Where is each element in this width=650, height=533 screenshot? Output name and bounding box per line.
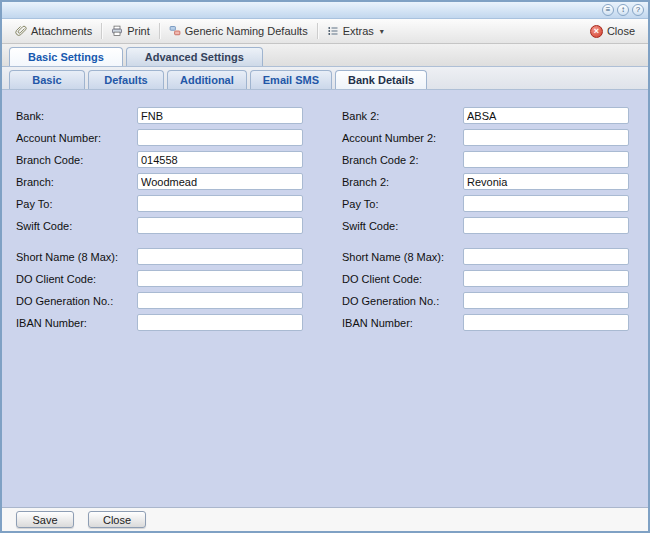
short-name-2-label: Short Name (8 Max): [342,251,463,263]
pay-to-input[interactable] [137,195,303,212]
footer-close-button[interactable]: Close [88,511,146,528]
iban-number-2-label: IBAN Number: [342,317,463,329]
do-client-code-2-input[interactable] [463,270,629,287]
secondary-tab-bar: Basic Defaults Additional Email SMS Bank… [2,67,648,90]
do-client-code-label: DO Client Code: [16,273,137,285]
form-row: IBAN Number: [16,314,304,331]
toolbar-separator [101,23,102,39]
form-column-left: Bank: Account Number: Branch Code: Branc… [16,107,304,507]
branch-code-2-input[interactable] [463,151,629,168]
short-name-2-input[interactable] [463,248,629,265]
titlebar: ≡ ↕ ? [2,2,648,19]
tab-email-sms[interactable]: Email SMS [250,70,332,89]
bank-2-label: Bank 2: [342,110,463,122]
branch-input[interactable] [137,173,303,190]
form-row: Swift Code: [16,217,304,234]
swift-code-label: Swift Code: [16,220,137,232]
tab-basic-settings[interactable]: Basic Settings [9,47,123,66]
form-column-right: Bank 2: Account Number 2: Branch Code 2:… [342,107,630,507]
print-label: Print [127,25,150,37]
generic-naming-defaults-label: Generic Naming Defaults [185,25,308,37]
do-generation-no-2-label: DO Generation No.: [342,295,463,307]
attachments-label: Attachments [31,25,92,37]
close-icon: × [590,25,603,38]
close-button[interactable]: × Close [583,23,642,40]
swift-code-input[interactable] [137,217,303,234]
form-row: DO Client Code: [16,270,304,287]
branch-code-label: Branch Code: [16,154,137,166]
form-row: Account Number 2: [342,129,630,146]
attachments-button[interactable]: Attachments [8,23,99,39]
pay-to-label: Pay To: [16,198,137,210]
extras-label: Extras [343,25,374,37]
tab-defaults[interactable]: Defaults [88,70,164,89]
pay-to-2-label: Pay To: [342,198,463,210]
form-row: Branch 2: [342,173,630,190]
footer: Save Close [2,507,648,531]
iban-number-label: IBAN Number: [16,317,137,329]
branch-2-label: Branch 2: [342,176,463,188]
toolbar-separator [159,23,160,39]
swift-code-2-input[interactable] [463,217,629,234]
do-generation-no-input[interactable] [137,292,303,309]
branch-2-input[interactable] [463,173,629,190]
do-client-code-input[interactable] [137,270,303,287]
form-row: Branch Code: [16,151,304,168]
window-help-button[interactable]: ? [632,4,644,16]
form-row: Swift Code: [342,217,630,234]
window-dock-button[interactable]: ↕ [617,4,629,16]
form-row: DO Client Code: [342,270,630,287]
extras-button[interactable]: Extras ▾ [320,23,391,39]
paperclip-icon [15,25,27,37]
bank-label: Bank: [16,110,137,122]
branch-code-input[interactable] [137,151,303,168]
form-row: DO Generation No.: [342,292,630,309]
account-number-2-label: Account Number 2: [342,132,463,144]
pay-to-2-input[interactable] [463,195,629,212]
bank-details-panel: Bank: Account Number: Branch Code: Branc… [2,90,648,507]
branch-label: Branch: [16,176,137,188]
account-number-input[interactable] [137,129,303,146]
naming-defaults-icon [169,25,181,37]
branch-code-2-label: Branch Code 2: [342,154,463,166]
form-row: DO Generation No.: [16,292,304,309]
tab-advanced-settings[interactable]: Advanced Settings [126,47,263,66]
form-row: Branch: [16,173,304,190]
window-style-button[interactable]: ≡ [602,4,614,16]
account-number-2-input[interactable] [463,129,629,146]
form-row: Bank: [16,107,304,124]
tab-additional[interactable]: Additional [167,70,247,89]
do-generation-no-label: DO Generation No.: [16,295,137,307]
bank-input[interactable] [137,107,303,124]
form-row: Short Name (8 Max): [16,248,304,265]
do-generation-no-2-input[interactable] [463,292,629,309]
tab-basic[interactable]: Basic [9,70,85,89]
primary-tab-bar: Basic Settings Advanced Settings [2,44,648,67]
short-name-label: Short Name (8 Max): [16,251,137,263]
close-label: Close [607,25,635,37]
form-row: Account Number: [16,129,304,146]
form-row: Short Name (8 Max): [342,248,630,265]
settings-window: ≡ ↕ ? Attachments Print [0,0,650,533]
do-client-code-2-label: DO Client Code: [342,273,463,285]
printer-icon [111,25,123,37]
swift-code-2-label: Swift Code: [342,220,463,232]
list-icon [327,25,339,37]
generic-naming-defaults-button[interactable]: Generic Naming Defaults [162,23,315,39]
save-button[interactable]: Save [16,511,74,528]
form-row: Pay To: [16,195,304,212]
toolbar-separator [317,23,318,39]
form-row: Branch Code 2: [342,151,630,168]
chevron-down-icon: ▾ [380,27,384,36]
iban-number-2-input[interactable] [463,314,629,331]
form-row: Pay To: [342,195,630,212]
bank-2-input[interactable] [463,107,629,124]
iban-number-input[interactable] [137,314,303,331]
tab-bank-details[interactable]: Bank Details [335,70,427,89]
form-row: IBAN Number: [342,314,630,331]
account-number-label: Account Number: [16,132,137,144]
toolbar: Attachments Print Generic Naming Defaul [2,19,648,44]
form-row: Bank 2: [342,107,630,124]
short-name-input[interactable] [137,248,303,265]
print-button[interactable]: Print [104,23,157,39]
